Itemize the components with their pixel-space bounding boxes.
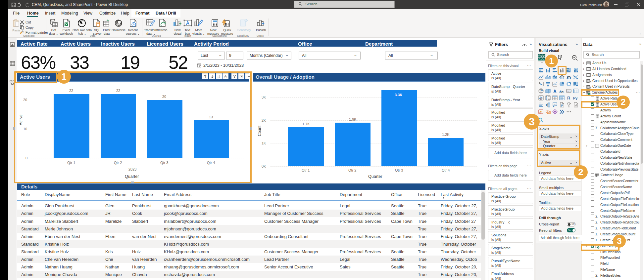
svg-text:Py: Py: [573, 96, 578, 100]
svg-text:123: 123: [567, 90, 571, 92]
svg-text:R: R: [567, 96, 570, 100]
svg-text:42: 42: [540, 98, 542, 100]
svg-text:21: 21: [539, 112, 541, 114]
